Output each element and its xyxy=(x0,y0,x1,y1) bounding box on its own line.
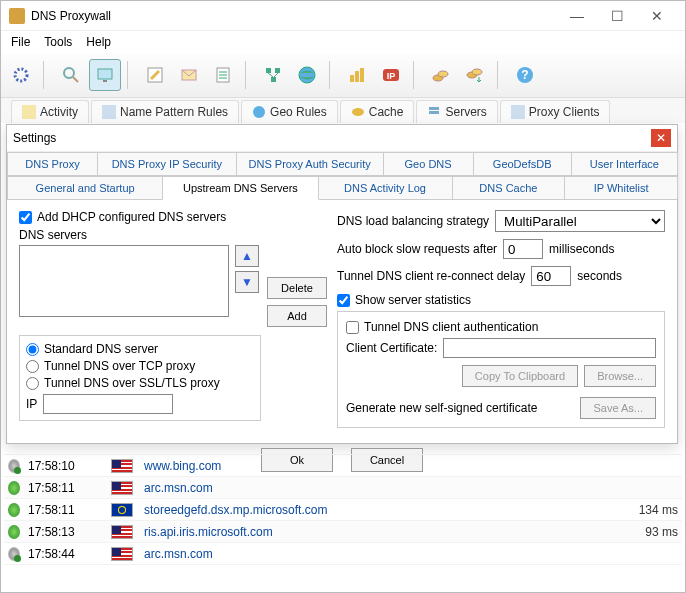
server-type-group: Standard DNS server Tunnel DNS over TCP … xyxy=(19,335,261,421)
add-dhcp-checkbox[interactable] xyxy=(19,211,32,224)
show-stats-label: Show server statistics xyxy=(355,293,471,307)
log-row[interactable]: 17:58:11storeedgefd.dsx.mp.microsoft.com… xyxy=(4,499,682,521)
mail-icon[interactable] xyxy=(173,59,205,91)
svg-rect-11 xyxy=(266,68,271,73)
log-host: arc.msn.com xyxy=(140,547,618,561)
svg-rect-16 xyxy=(355,71,359,82)
coins-icon[interactable] xyxy=(425,59,457,91)
toolbar-separator xyxy=(413,61,419,89)
show-stats-checkbox[interactable] xyxy=(337,294,350,307)
tab-general[interactable]: General and Startup xyxy=(7,176,163,199)
log-time: 17:58:11 xyxy=(24,503,104,517)
menu-help[interactable]: Help xyxy=(86,35,111,49)
toolbar: IP ? xyxy=(1,53,685,98)
svg-point-0 xyxy=(15,69,27,81)
svg-rect-31 xyxy=(429,111,439,114)
move-down-button[interactable]: ▼ xyxy=(235,271,259,293)
stats-icon[interactable] xyxy=(341,59,373,91)
radio-ssl-label: Tunnel DNS over SSL/TLS proxy xyxy=(44,376,220,390)
move-up-button[interactable]: ▲ xyxy=(235,245,259,267)
add-button[interactable]: Add xyxy=(267,305,327,327)
radio-ssl[interactable] xyxy=(26,377,39,390)
tab-ip-security[interactable]: DNS Proxy IP Security xyxy=(97,152,237,175)
coins-down-icon[interactable] xyxy=(459,59,491,91)
auto-block-input[interactable] xyxy=(503,239,543,259)
delete-button[interactable]: Delete xyxy=(267,277,327,299)
tab-geo-defs[interactable]: GeoDefsDB xyxy=(473,152,572,175)
tab-label: Proxy Clients xyxy=(529,105,600,119)
copy-clipboard-button[interactable]: Copy To Clipboard xyxy=(462,365,578,387)
status-icon xyxy=(4,459,24,473)
svg-rect-32 xyxy=(511,105,525,119)
edit-icon[interactable] xyxy=(139,59,171,91)
tab-activity[interactable]: Activity xyxy=(11,100,89,123)
svg-rect-4 xyxy=(103,80,107,82)
name-rules-tab-icon xyxy=(102,105,116,119)
tab-activity-log[interactable]: DNS Activity Log xyxy=(318,176,453,199)
dialog-titlebar: Settings ✕ xyxy=(7,125,677,152)
tab-dns-cache[interactable]: DNS Cache xyxy=(452,176,566,199)
menu-tools[interactable]: Tools xyxy=(44,35,72,49)
log-time: 17:58:13 xyxy=(24,525,104,539)
svg-rect-12 xyxy=(275,68,280,73)
svg-point-1 xyxy=(64,68,74,78)
settings-icon[interactable] xyxy=(5,59,37,91)
log-host: arc.msn.com xyxy=(140,481,618,495)
tab-geo-rules[interactable]: Geo Rules xyxy=(241,100,338,123)
status-icon xyxy=(4,481,24,495)
ip-input[interactable] xyxy=(43,394,173,414)
radio-tcp-label: Tunnel DNS over TCP proxy xyxy=(44,359,195,373)
client-cert-label: Client Certificate: xyxy=(346,341,437,355)
svg-rect-17 xyxy=(360,68,364,82)
client-cert-input[interactable] xyxy=(443,338,656,358)
tab-label: Geo Rules xyxy=(270,105,327,119)
tab-cache[interactable]: Cache xyxy=(340,100,415,123)
minimize-button[interactable]: — xyxy=(557,2,597,30)
save-as-button[interactable]: Save As... xyxy=(580,397,656,419)
tab-proxy-clients[interactable]: Proxy Clients xyxy=(500,100,611,123)
globe-icon[interactable] xyxy=(291,59,323,91)
log-row[interactable]: 17:58:11arc.msn.com xyxy=(4,477,682,499)
tab-upstream[interactable]: Upstream DNS Servers xyxy=(162,176,318,200)
arrow-up-icon: ▲ xyxy=(241,249,253,263)
tab-servers[interactable]: Servers xyxy=(416,100,497,123)
log-row[interactable]: 17:58:44arc.msn.com xyxy=(4,543,682,565)
tab-geo-dns[interactable]: Geo DNS xyxy=(383,152,474,175)
reconnect-label: Tunnel DNS client re-connect delay xyxy=(337,269,525,283)
close-button[interactable]: ✕ xyxy=(637,2,677,30)
tab-label: Servers xyxy=(445,105,486,119)
tab-user-interface[interactable]: User Interface xyxy=(571,152,678,175)
milliseconds-label: milliseconds xyxy=(549,242,614,256)
maximize-button[interactable]: ☐ xyxy=(597,2,637,30)
browse-button[interactable]: Browse... xyxy=(584,365,656,387)
radio-tcp[interactable] xyxy=(26,360,39,373)
log-icon[interactable] xyxy=(207,59,239,91)
tunnel-auth-checkbox[interactable] xyxy=(346,321,359,334)
toolbar-separator xyxy=(43,61,49,89)
ip-icon[interactable]: IP xyxy=(375,59,407,91)
menubar: File Tools Help xyxy=(1,31,685,53)
tab-auth-security[interactable]: DNS Proxy Auth Security xyxy=(236,152,384,175)
load-balancing-label: DNS load balancing strategy xyxy=(337,214,489,228)
toolbar-separator xyxy=(127,61,133,89)
help-icon[interactable]: ? xyxy=(509,59,541,91)
load-balancing-select[interactable]: MultiParallel xyxy=(495,210,665,232)
menu-file[interactable]: File xyxy=(11,35,30,49)
dialog-close-button[interactable]: ✕ xyxy=(651,129,671,147)
svg-rect-15 xyxy=(350,75,354,82)
tab-ip-whitelist[interactable]: IP Whitelist xyxy=(564,176,678,199)
monitor-icon[interactable] xyxy=(89,59,121,91)
reconnect-input[interactable] xyxy=(531,266,571,286)
log-row[interactable]: 17:58:10www.bing.com xyxy=(4,455,682,477)
tab-dns-proxy[interactable]: DNS Proxy xyxy=(7,152,98,175)
tab-label: Name Pattern Rules xyxy=(120,105,228,119)
tab-label: Cache xyxy=(369,105,404,119)
status-icon xyxy=(4,525,24,539)
radio-standard[interactable] xyxy=(26,343,39,356)
dns-servers-listbox[interactable] xyxy=(19,245,229,317)
tab-name-rules[interactable]: Name Pattern Rules xyxy=(91,100,239,123)
svg-rect-27 xyxy=(102,105,116,119)
log-row[interactable]: 17:58:13ris.api.iris.microsoft.com93 ms xyxy=(4,521,682,543)
network-icon[interactable] xyxy=(257,59,289,91)
search-icon[interactable] xyxy=(55,59,87,91)
